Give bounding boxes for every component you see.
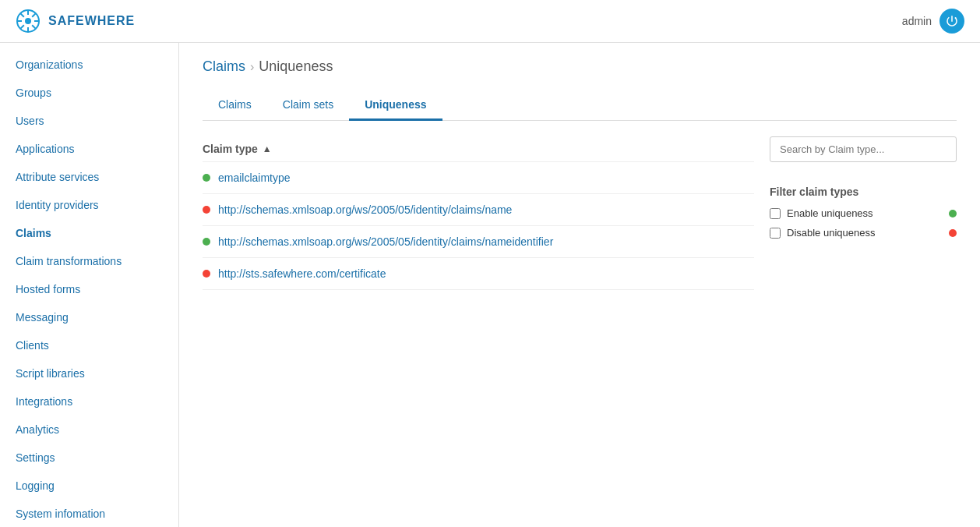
sidebar-item-identity-providers[interactable]: Identity providers — [0, 191, 178, 219]
breadcrumb-separator: › — [250, 60, 254, 74]
right-panel: Filter claim types Enable uniquenessDisa… — [754, 136, 957, 290]
table-section: Claim type ▲ emailclaimtypehttp://schema… — [203, 136, 754, 290]
header: SAFEWHERE admin — [0, 0, 980, 43]
claim-type-value[interactable]: http://schemas.xmlsoap.org/ws/2005/05/id… — [218, 203, 512, 216]
claim-type-value[interactable]: emailclaimtype — [218, 172, 291, 184]
svg-line-7 — [32, 25, 35, 28]
tab-claims[interactable]: Claims — [203, 90, 267, 121]
breadcrumb-current: Uniqueness — [259, 58, 333, 75]
search-input[interactable] — [770, 136, 957, 162]
admin-label: admin — [902, 15, 932, 27]
filter-label-enable: Enable uniqueness — [787, 207, 943, 219]
tabs: ClaimsClaim setsUniqueness — [203, 90, 957, 121]
sidebar-item-logging[interactable]: Logging — [0, 472, 178, 500]
main-content: Claims › Uniqueness ClaimsClaim setsUniq… — [179, 43, 980, 527]
svg-line-6 — [20, 13, 23, 16]
sidebar-item-system-information[interactable]: System infomation — [0, 500, 178, 527]
sidebar-item-messaging[interactable]: Messaging — [0, 303, 178, 331]
sidebar: OrganizationsGroupsUsersApplicationsAttr… — [0, 43, 179, 527]
logo-area: SAFEWHERE — [16, 9, 135, 34]
tab-uniqueness[interactable]: Uniqueness — [349, 90, 442, 121]
layout: OrganizationsGroupsUsersApplicationsAttr… — [0, 43, 980, 527]
sidebar-item-users[interactable]: Users — [0, 107, 178, 135]
filter-dot-disable — [949, 229, 957, 237]
logo-text: SAFEWHERE — [48, 14, 135, 28]
sidebar-item-groups[interactable]: Groups — [0, 79, 178, 107]
filter-item-disable: Disable uniqueness — [770, 227, 957, 239]
sidebar-item-organizations[interactable]: Organizations — [0, 51, 178, 79]
sort-arrow-icon: ▲ — [263, 143, 272, 154]
status-dot — [203, 270, 210, 278]
breadcrumb: Claims › Uniqueness — [203, 58, 957, 75]
filter-checkbox-disable[interactable] — [770, 228, 781, 239]
logout-button[interactable] — [939, 9, 964, 34]
header-right: admin — [902, 9, 964, 34]
logo-icon — [16, 9, 41, 34]
sidebar-item-claims[interactable]: Claims — [0, 219, 178, 247]
claim-type-value[interactable]: http://sts.safewhere.com/certificate — [218, 267, 386, 280]
filter-dot-enable — [949, 210, 957, 218]
column-header-label: Claim type — [203, 143, 258, 155]
column-header[interactable]: Claim type ▲ — [203, 136, 754, 162]
filter-checkbox-enable[interactable] — [770, 208, 781, 219]
sidebar-item-clients[interactable]: Clients — [0, 331, 178, 359]
sidebar-item-integrations[interactable]: Integrations — [0, 387, 178, 416]
sidebar-item-claim-transformations[interactable]: Claim transformations — [0, 247, 178, 275]
filter-items: Enable uniquenessDisable uniqueness — [770, 207, 957, 239]
status-dot — [203, 174, 210, 182]
claim-type-value[interactable]: http://schemas.xmlsoap.org/ws/2005/05/id… — [218, 235, 553, 248]
sidebar-item-hosted-forms[interactable]: Hosted forms — [0, 275, 178, 303]
sidebar-item-analytics[interactable]: Analytics — [0, 416, 178, 444]
filter-label-disable: Disable uniqueness — [787, 227, 943, 239]
filter-title: Filter claim types — [770, 186, 957, 198]
table-row: http://schemas.xmlsoap.org/ws/2005/05/id… — [203, 226, 754, 258]
sidebar-item-script-libraries[interactable]: Script libraries — [0, 359, 178, 387]
svg-line-9 — [20, 25, 23, 28]
filter-item-enable: Enable uniqueness — [770, 207, 957, 219]
status-dot — [203, 238, 210, 246]
table-row: http://schemas.xmlsoap.org/ws/2005/05/id… — [203, 194, 754, 226]
sidebar-item-applications[interactable]: Applications — [0, 135, 178, 163]
breadcrumb-parent[interactable]: Claims — [203, 58, 245, 75]
content-row: Claim type ▲ emailclaimtypehttp://schema… — [203, 136, 957, 290]
filter-section: Filter claim types Enable uniquenessDisa… — [770, 186, 957, 239]
tab-claim-sets[interactable]: Claim sets — [267, 90, 349, 121]
svg-point-1 — [25, 18, 31, 24]
table-row: emailclaimtype — [203, 162, 754, 194]
table-rows: emailclaimtypehttp://schemas.xmlsoap.org… — [203, 162, 754, 290]
svg-line-8 — [32, 13, 35, 16]
sidebar-item-settings[interactable]: Settings — [0, 444, 178, 472]
status-dot — [203, 206, 210, 214]
table-row: http://sts.safewhere.com/certificate — [203, 258, 754, 290]
sidebar-item-attribute-services[interactable]: Attribute services — [0, 163, 178, 191]
